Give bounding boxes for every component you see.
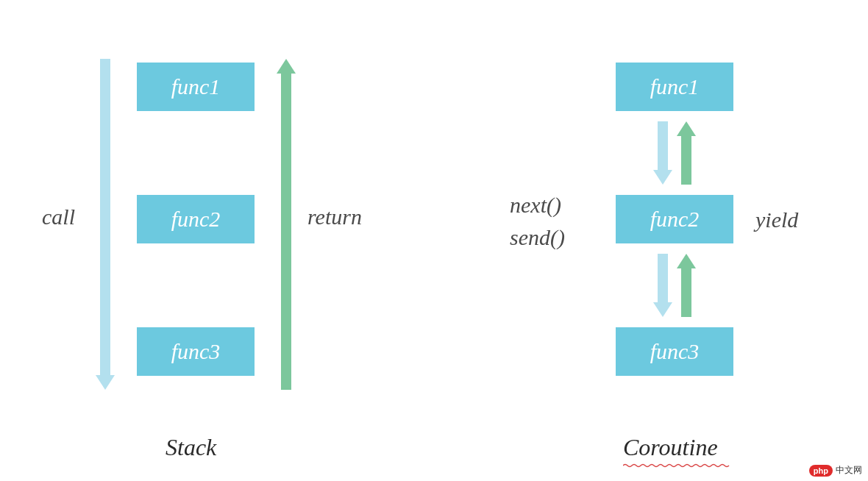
stack-func2-label: func2 (171, 207, 221, 232)
watermark-badge: php (809, 465, 833, 477)
call-arrow-down-icon (96, 59, 115, 390)
call-label: call (42, 204, 75, 229)
svg-marker-1 (96, 375, 115, 390)
coroutine-func1-label: func1 (650, 74, 700, 99)
watermark-text: 中文网 (836, 464, 862, 477)
coroutine-title: Coroutine (623, 434, 718, 461)
stack-func2-box: func2 (137, 195, 255, 243)
stack-func1-box: func1 (137, 63, 255, 111)
svg-marker-10 (677, 254, 696, 268)
svg-marker-2 (277, 59, 296, 74)
stack-func1-label: func1 (171, 74, 221, 99)
coroutine-arrows-2-icon (652, 254, 697, 317)
send-label: send() (510, 225, 565, 250)
coroutine-func2-box: func2 (616, 195, 733, 243)
coroutine-func3-label: func3 (650, 339, 700, 364)
return-arrow-up-icon (277, 59, 296, 390)
watermark: php 中文网 (809, 464, 862, 477)
coroutine-func3-box: func3 (616, 327, 733, 376)
coroutine-func1-box: func1 (616, 63, 733, 111)
coroutine-arrows-1-icon (652, 121, 697, 185)
yield-label: yield (755, 207, 798, 232)
stack-title: Stack (166, 434, 216, 461)
svg-marker-9 (653, 302, 672, 317)
svg-marker-6 (677, 121, 696, 136)
stack-func3-box: func3 (137, 327, 255, 376)
squiggle-underline-icon (623, 463, 730, 468)
stack-func3-label: func3 (171, 339, 221, 364)
next-label: next() (510, 193, 561, 218)
return-label: return (307, 204, 362, 229)
diagram-container: func1 func2 func3 call return Stack func… (0, 0, 868, 481)
svg-marker-5 (653, 170, 672, 185)
coroutine-func2-label: func2 (650, 207, 700, 232)
